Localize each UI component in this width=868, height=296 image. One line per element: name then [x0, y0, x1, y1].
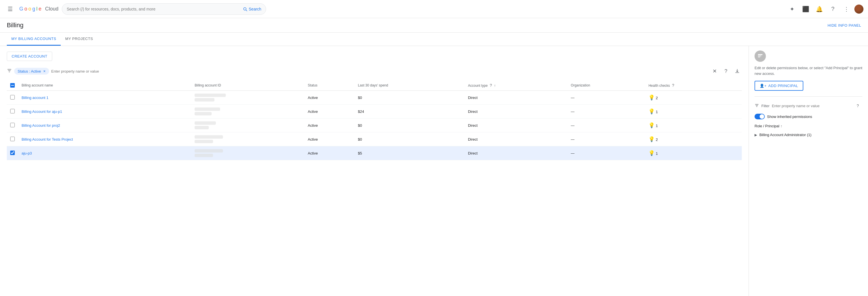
search-bar: Search	[62, 3, 266, 15]
blurred-id	[194, 121, 216, 125]
org-cell: —	[567, 132, 645, 146]
notifications-icon[interactable]: 🔔	[813, 3, 825, 15]
right-filter-input[interactable]	[772, 104, 851, 108]
health-icon: 💡	[648, 123, 655, 128]
tab-my-projects[interactable]: MY PROJECTS	[61, 33, 98, 46]
type-cell: Direct	[465, 132, 568, 146]
gemini-icon[interactable]: ✦	[786, 3, 798, 15]
show-inherited-permissions: Show inherited permissions	[754, 114, 862, 119]
create-account-button[interactable]: CREATE ACCOUNT	[7, 52, 52, 61]
search-input[interactable]	[67, 7, 243, 11]
row-checkbox[interactable]	[10, 151, 15, 155]
top-nav: ☰ Google Cloud Search ✦ ⬛ 🔔 ? ⋮	[0, 0, 868, 18]
role-item[interactable]: ▶ Billing Account Administrator (1)	[754, 130, 862, 139]
spend-cell: $5	[354, 146, 465, 160]
col-header-name: Billing account name	[18, 80, 191, 91]
table-header-checkbox[interactable]	[7, 80, 18, 91]
divider	[754, 96, 862, 97]
spend-cell: $24	[354, 105, 465, 119]
org-cell: —	[567, 91, 645, 105]
health-help-icon[interactable]: ?	[672, 83, 674, 88]
avatar[interactable]	[855, 4, 864, 13]
menu-icon[interactable]: ☰	[4, 3, 16, 15]
org-cell: —	[567, 105, 645, 119]
filter-actions: ✕ ?	[710, 67, 742, 76]
row-checkbox[interactable]	[10, 137, 15, 141]
health-cell: 💡 2	[645, 132, 742, 146]
blurred-id-2	[194, 126, 209, 129]
more-options-icon[interactable]: ⋮	[841, 3, 852, 15]
table-row: Billing Account for Tests Project Active…	[7, 132, 742, 146]
svg-rect-2	[758, 56, 761, 56]
page-header: Billing HIDE INFO PANEL	[0, 18, 868, 33]
spend-cell: $0	[354, 119, 465, 132]
health-icon: 💡	[648, 136, 655, 142]
filter-help-icon[interactable]: ?	[721, 67, 731, 76]
account-id-cell	[191, 91, 304, 105]
right-filter-help-icon[interactable]: ?	[853, 101, 862, 110]
account-name-link[interactable]: Billing Account for Tests Project	[22, 137, 73, 141]
health-icon: 💡	[648, 95, 655, 100]
col-header-status: Status	[304, 80, 354, 91]
clear-filter-button[interactable]: ✕	[710, 67, 719, 76]
row-checkbox[interactable]	[10, 123, 15, 127]
tab-my-billing-accounts[interactable]: MY BILLING ACCOUNTS	[7, 33, 61, 46]
health-icon: 💡	[648, 108, 655, 114]
col-header-health: Health checks ?	[645, 80, 742, 91]
permissions-sort-icon[interactable]: ↑	[780, 124, 782, 128]
google-cloud-logo: Google Cloud	[19, 6, 58, 12]
search-icon	[243, 6, 248, 12]
spend-cell: $0	[354, 132, 465, 146]
row-checkbox-cell[interactable]	[7, 146, 18, 160]
info-text: Edit or delete permissions below, or sel…	[754, 65, 862, 76]
download-icon[interactable]	[733, 67, 742, 76]
svg-rect-3	[758, 57, 760, 57]
row-checkbox-cell[interactable]	[7, 119, 18, 132]
role-label: Billing Account Administrator (1)	[760, 133, 811, 137]
filter-chip-status-active[interactable]: Status : Active ×	[14, 68, 49, 74]
hide-info-panel-button[interactable]: HIDE INFO PANEL	[828, 23, 861, 28]
account-id-cell	[191, 119, 304, 132]
account-type-help-icon[interactable]: ?	[490, 83, 492, 88]
left-panel: CREATE ACCOUNT Status : Active × ✕ ?	[0, 46, 749, 296]
col-header-spend: Last 30 days' spend	[354, 80, 465, 91]
billing-table: Billing account name Billing account ID …	[7, 80, 742, 160]
row-checkbox-cell[interactable]	[7, 105, 18, 119]
account-id-cell	[191, 146, 304, 160]
row-checkbox-cell[interactable]	[7, 91, 18, 105]
account-name-link[interactable]: Billing account 1	[22, 96, 49, 100]
role-arrow-icon: ▶	[754, 133, 757, 137]
account-name-link[interactable]: aju-p3	[22, 151, 32, 155]
show-inherited-toggle[interactable]	[754, 114, 765, 119]
account-name-cell: Billing Account for aju-p1	[18, 105, 191, 119]
blurred-id-2	[194, 154, 213, 157]
filter-input[interactable]	[51, 69, 708, 73]
account-name-cell: Billing Account for proj2	[18, 119, 191, 132]
table-row: Billing Account for aju-p1 Active $24 Di…	[7, 105, 742, 119]
row-checkbox[interactable]	[10, 95, 15, 100]
terminal-icon[interactable]: ⬛	[800, 3, 811, 15]
blurred-id	[194, 107, 220, 111]
status-cell: Active	[304, 119, 354, 132]
right-filter-bar: Filter ?	[754, 101, 862, 110]
chip-close-icon[interactable]: ×	[43, 69, 45, 73]
account-type-sort-icon[interactable]: ↑	[494, 84, 496, 88]
row-checkbox-cell[interactable]	[7, 132, 18, 146]
filter-bar: Status : Active × ✕ ?	[7, 67, 742, 76]
table-row: Billing Account for proj2 Active $0 Dire…	[7, 119, 742, 132]
status-cell: Active	[304, 91, 354, 105]
spend-cell: $0	[354, 91, 465, 105]
search-button[interactable]: Search	[243, 6, 261, 12]
add-principal-button[interactable]: 👤+ ADD PRINCIPAL	[754, 81, 803, 91]
nav-icons: ✦ ⬛ 🔔 ? ⋮	[786, 3, 864, 15]
account-name-link[interactable]: Billing Account for proj2	[22, 123, 60, 128]
blurred-id-2	[194, 112, 212, 116]
status-cell: Active	[304, 132, 354, 146]
right-filter-icon	[754, 103, 759, 108]
help-icon[interactable]: ?	[827, 3, 838, 15]
table-row: aju-p3 Active $5 Direct — 💡 1	[7, 146, 742, 160]
col-header-org: Organization	[567, 80, 645, 91]
org-cell: —	[567, 119, 645, 132]
row-checkbox[interactable]	[10, 109, 15, 113]
account-name-link[interactable]: Billing Account for aju-p1	[22, 109, 62, 114]
